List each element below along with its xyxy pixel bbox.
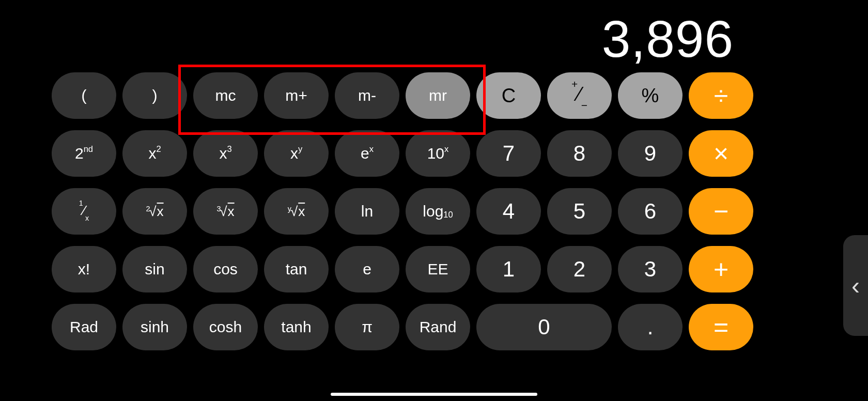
key-xy[interactable]: xy [264, 130, 329, 177]
key-tan[interactable]: tan [264, 246, 329, 292]
key-percent[interactable]: % [618, 72, 683, 119]
key-second[interactable]: 2nd [52, 130, 116, 177]
display-value: 3,896 [602, 9, 734, 69]
key-multiply[interactable]: × [689, 130, 753, 177]
key-cos[interactable]: cos [193, 246, 258, 292]
key-cbrt[interactable]: 3√x [193, 188, 258, 235]
key-ex[interactable]: ex [335, 130, 399, 177]
key-mc[interactable]: mc [193, 72, 258, 119]
key-x3[interactable]: x3 [193, 130, 258, 177]
key-decimal[interactable]: . [618, 304, 683, 350]
side-pull-tab[interactable]: ‹ [843, 235, 868, 336]
key-rad[interactable]: Rad [52, 304, 116, 350]
key-d1[interactable]: 1 [476, 246, 541, 292]
chevron-left-icon: ‹ [851, 271, 860, 300]
key-clear[interactable]: C [476, 72, 541, 119]
key-cosh[interactable]: cosh [193, 304, 258, 350]
key-tenx[interactable]: 10x [406, 130, 470, 177]
key-ee[interactable]: EE [406, 246, 470, 292]
key-d4[interactable]: 4 [476, 188, 541, 235]
key-sqrt[interactable]: 2√x [122, 188, 187, 235]
key-x2[interactable]: x2 [122, 130, 187, 177]
key-m-plus[interactable]: m+ [264, 72, 329, 119]
key-tanh[interactable]: tanh [264, 304, 329, 350]
key-m-minus[interactable]: m- [335, 72, 399, 119]
key-rand[interactable]: Rand [406, 304, 470, 350]
key-d0[interactable]: 0 [476, 304, 612, 350]
key-divide[interactable]: ÷ [689, 72, 753, 119]
key-d2[interactable]: 2 [547, 246, 612, 292]
key-d7[interactable]: 7 [476, 130, 541, 177]
key-minus[interactable]: − [689, 188, 753, 235]
key-sinh[interactable]: sinh [122, 304, 187, 350]
key-d9[interactable]: 9 [618, 130, 683, 177]
key-d3[interactable]: 3 [618, 246, 683, 292]
key-paren-open[interactable]: ( [52, 72, 116, 119]
key-sin[interactable]: sin [122, 246, 187, 292]
key-d5[interactable]: 5 [547, 188, 612, 235]
key-plus[interactable]: + [689, 246, 753, 292]
key-reciprocal[interactable]: 1⁄x [52, 188, 116, 235]
key-factorial[interactable]: x! [52, 246, 116, 292]
key-ln[interactable]: ln [335, 188, 399, 235]
key-d8[interactable]: 8 [547, 130, 612, 177]
key-e[interactable]: e [335, 246, 399, 292]
key-yroot[interactable]: y√x [264, 188, 329, 235]
home-indicator [331, 393, 537, 396]
key-d6[interactable]: 6 [618, 188, 683, 235]
key-mr[interactable]: mr [406, 72, 470, 119]
key-equals[interactable]: = [689, 304, 753, 350]
button-grid: ()mcm+m-mrC+⁄−%÷2ndx2x3xyex10x789×1⁄x2√x… [52, 72, 753, 350]
key-sign[interactable]: +⁄− [547, 72, 612, 119]
key-paren-close[interactable]: ) [122, 72, 187, 119]
key-log10[interactable]: log10 [406, 188, 470, 235]
key-pi[interactable]: π [335, 304, 399, 350]
